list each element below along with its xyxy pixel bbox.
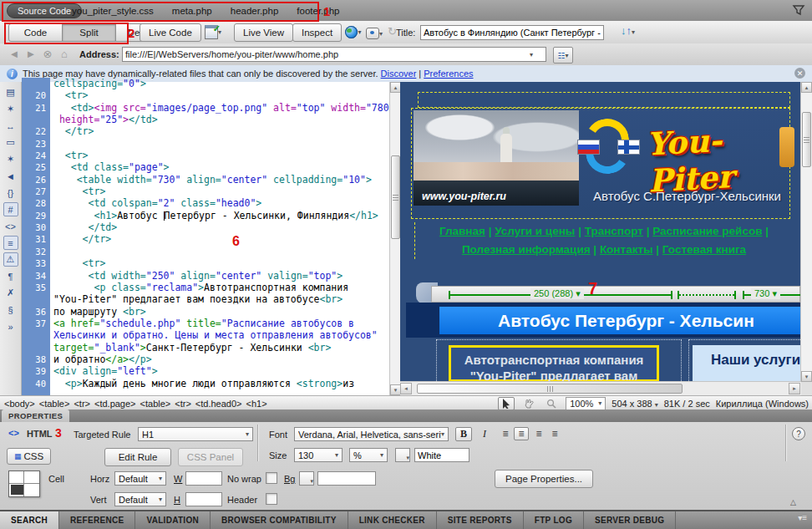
- site-nav-link[interactable]: Полезная информация: [462, 243, 591, 256]
- tag-selector-item[interactable]: <h1>: [246, 399, 267, 409]
- tag-selector-item[interactable]: <body>: [4, 399, 35, 409]
- results-tab-search[interactable]: SEARCH: [0, 511, 59, 529]
- code-line[interactable]: и обратно</a></p>: [50, 354, 152, 365]
- site-nav-link[interactable]: Контакты: [600, 243, 653, 256]
- no-wrap-checkbox[interactable]: [266, 472, 277, 484]
- back-icon[interactable]: ◄: [7, 48, 22, 60]
- results-tab-browser-compatibility[interactable]: BROWSER COMPATIBILITY: [211, 511, 348, 529]
- line-numbers-icon[interactable]: #: [3, 202, 18, 216]
- show-code-navigator-icon[interactable]: ✶: [3, 102, 18, 116]
- vert-select[interactable]: Default▾: [114, 492, 166, 506]
- code-line[interactable]: Хельсинки и обратно. Цены и места отправ…: [50, 329, 378, 341]
- code-line[interactable]: <h1>Автобус Петербург - Хельсинки, Финля…: [50, 210, 378, 221]
- forward-icon[interactable]: ►: [23, 48, 38, 60]
- highlight-invalid-code-icon[interactable]: <>: [3, 219, 18, 233]
- code-line[interactable]: <td><img src="images/page_top.png" alt="…: [50, 102, 395, 114]
- code-line[interactable]: <tr>: [50, 89, 89, 101]
- code-line[interactable]: </tr>: [50, 233, 111, 245]
- code-line[interactable]: <td width="250" align="center" valign="t…: [50, 270, 343, 282]
- live-code-button[interactable]: Live Code: [140, 23, 201, 42]
- tag-selector-item[interactable]: <td.page>: [94, 399, 136, 409]
- design-vscroll-thumb[interactable]: [802, 112, 811, 167]
- html-mode-button[interactable]: HTML: [27, 429, 53, 439]
- expand-all-icon[interactable]: ✶: [3, 152, 18, 166]
- code-line[interactable]: <tr>: [50, 150, 89, 161]
- code-line[interactable]: </tr>: [50, 125, 94, 137]
- visual-aids-icon[interactable]: ▾: [366, 25, 383, 42]
- apply-comment-icon[interactable]: ¶: [3, 269, 18, 283]
- italic-button[interactable]: I: [476, 427, 493, 441]
- document-title-input[interactable]: [420, 25, 604, 40]
- table-width-bar[interactable]: 250 (288) ▾ 730 ▾: [431, 286, 800, 303]
- scroll-left-icon[interactable]: ◄: [400, 383, 412, 394]
- results-tab-ftp-log[interactable]: FTP LOG: [524, 511, 584, 529]
- design-view-pane[interactable]: www.you-piter.ru You-Piter Автобус С.Пет…: [400, 82, 812, 395]
- code-editor[interactable]: cellspacing="0">20 <tr>21 <td><img src="…: [22, 78, 389, 389]
- css-mode-button[interactable]: ▦CSS: [7, 448, 51, 465]
- file-get-put-icon[interactable]: ↓↑▾: [621, 24, 635, 37]
- design-hscrollbar[interactable]: ◄ ►: [400, 381, 801, 395]
- remove-comment-icon[interactable]: ✗: [3, 286, 18, 300]
- code-line[interactable]: <div align="left">: [50, 365, 158, 377]
- site-nav-link[interactable]: Услуги и цены: [495, 225, 575, 237]
- address-dropdown-icon[interactable]: ▾: [530, 51, 533, 58]
- collapse-selection-icon[interactable]: ▭: [3, 135, 18, 150]
- browser-list-icon[interactable]: ☷▾: [553, 47, 573, 64]
- size-select[interactable]: 130▾: [294, 448, 343, 462]
- select-parent-tag-icon[interactable]: ◄: [3, 169, 18, 183]
- code-scrollbar[interactable]: ▲ ▼: [389, 82, 401, 395]
- css-panel-button[interactable]: CSS Panel: [178, 448, 243, 466]
- preview-in-browser-icon[interactable]: ▾: [345, 23, 362, 40]
- results-tab-site-reports[interactable]: SITE REPORTS: [437, 511, 524, 529]
- targeted-rule-select[interactable]: H1▾: [138, 427, 253, 441]
- design-vscrollbar[interactable]: ▲ ▼: [800, 82, 812, 382]
- align-center-icon[interactable]: ≡: [514, 427, 529, 440]
- code-line[interactable]: <a href="schedule.php" title="Расписание…: [50, 318, 354, 329]
- h-input[interactable]: [185, 492, 222, 506]
- magnification-select[interactable]: 100%▾: [566, 397, 606, 410]
- window-size-select[interactable]: 504 x 388 ▾: [612, 399, 657, 409]
- results-tab-reference[interactable]: REFERENCE: [59, 511, 135, 529]
- code-line[interactable]: target="_blank">Санкт-Петербург - Хельси…: [50, 342, 331, 354]
- zoom-tool-icon[interactable]: [543, 397, 560, 410]
- hand-tool-icon[interactable]: [520, 397, 537, 410]
- format-source-code-icon[interactable]: §: [3, 303, 18, 317]
- address-input[interactable]: [122, 47, 546, 62]
- preferences-link[interactable]: Preferences: [424, 69, 473, 79]
- left-column-cell[interactable]: Автотранспортная компания "You-Piter" пр…: [436, 339, 682, 382]
- bold-button[interactable]: B: [455, 427, 472, 441]
- code-line[interactable]: <tr>: [50, 186, 105, 197]
- site-nav-link[interactable]: Гостевая книга: [662, 243, 746, 256]
- code-line[interactable]: cellspacing="0">: [50, 78, 146, 89]
- right-column-cell[interactable]: Наши услуги: [688, 339, 800, 382]
- home-icon[interactable]: ⌂: [57, 48, 72, 60]
- stop-icon[interactable]: ⊗: [40, 48, 55, 60]
- site-nav-link[interactable]: Главная: [439, 225, 485, 237]
- size-unit-select[interactable]: %▾: [349, 448, 388, 462]
- align-right-icon[interactable]: ≡: [531, 427, 546, 440]
- tag-selector-item[interactable]: <table>: [140, 399, 171, 409]
- collapse-panel-icon[interactable]: △: [790, 498, 796, 506]
- w-input[interactable]: [185, 471, 222, 486]
- code-line[interactable]: по маршруту <br>: [50, 306, 146, 318]
- column-width-label[interactable]: 250 (288) ▾: [530, 288, 584, 299]
- tag-selector-item[interactable]: <td.head0>: [195, 399, 242, 409]
- code-line[interactable]: height="25"></td>: [50, 114, 158, 125]
- align-justify-icon[interactable]: ≡: [547, 427, 562, 440]
- results-tab-link-checker[interactable]: LINK CHECKER: [348, 511, 437, 529]
- code-line[interactable]: [50, 138, 53, 150]
- site-nav-link[interactable]: Транспорт: [585, 225, 643, 237]
- edit-rule-button[interactable]: Edit Rule: [104, 448, 171, 466]
- collapse-full-tag-icon[interactable]: ↔: [3, 119, 18, 133]
- site-h1-heading[interactable]: Автобус Петербург - Хельсин: [439, 307, 800, 334]
- properties-tab[interactable]: PROPERTIES: [2, 409, 69, 422]
- results-tab-validation[interactable]: VALIDATION: [135, 511, 211, 529]
- page-properties-button[interactable]: Page Properties...: [495, 470, 593, 488]
- balance-braces-icon[interactable]: {}: [3, 186, 18, 200]
- bg-color-swatch[interactable]: ▾: [299, 471, 314, 486]
- filter-related-files-icon[interactable]: [792, 3, 805, 17]
- panel-menu-icon[interactable]: ▾≡: [798, 513, 807, 522]
- code-line[interactable]: <td class="page">: [50, 161, 170, 173]
- code-line[interactable]: </td>: [50, 221, 117, 233]
- site-header[interactable]: www.you-piter.ru You-Piter Автобус С.Пет…: [411, 108, 790, 219]
